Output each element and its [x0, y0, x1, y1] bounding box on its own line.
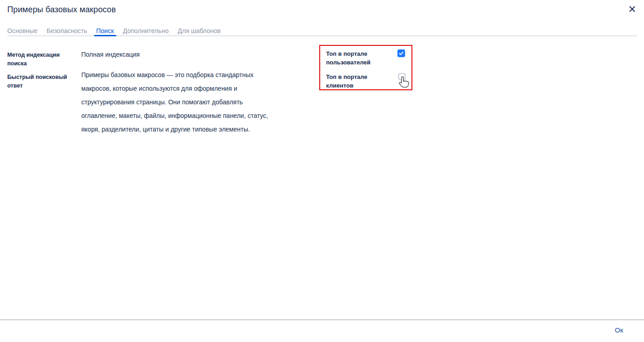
field-value-index-method: Полная индексация — [81, 50, 140, 59]
footer-divider — [0, 319, 644, 320]
annotation-red-box: Топ в портале пользователей Топ в портал… — [319, 45, 412, 90]
checkbox-label-user-portal: Топ в портале пользователей — [326, 49, 395, 67]
macro-settings-dialog: Примеры базовых макросов ✕ Основные Безо… — [0, 0, 644, 342]
field-label-index-method: Метод индексации поиска — [7, 51, 73, 68]
tab-dopolnitelno[interactable]: Дополнительно — [123, 25, 169, 36]
page-title: Примеры базовых макросов — [7, 5, 116, 15]
ok-button[interactable]: Ок — [615, 326, 623, 334]
tab-poisk[interactable]: Поиск — [96, 25, 114, 36]
checkmark-icon — [398, 50, 404, 56]
dialog-tabs: Основные Безопасность Поиск Дополнительн… — [7, 25, 221, 36]
close-icon[interactable]: ✕ — [625, 3, 639, 16]
checkbox-label-client-portal: Топ в портале клиентов — [326, 73, 395, 90]
checkbox-user-portal[interactable] — [397, 49, 405, 57]
tab-bezopasnost[interactable]: Безопасность — [46, 25, 87, 36]
tab-osnovnye[interactable]: Основные — [7, 25, 37, 36]
field-label-quick-answer: Быстрый поисковый ответ — [7, 73, 73, 90]
field-value-quick-answer: Примеры базовых макросов — это подборка … — [81, 68, 272, 136]
tab-dlya-shablonov[interactable]: Для шаблонов — [178, 25, 221, 36]
checkbox-client-portal[interactable] — [398, 73, 406, 80]
